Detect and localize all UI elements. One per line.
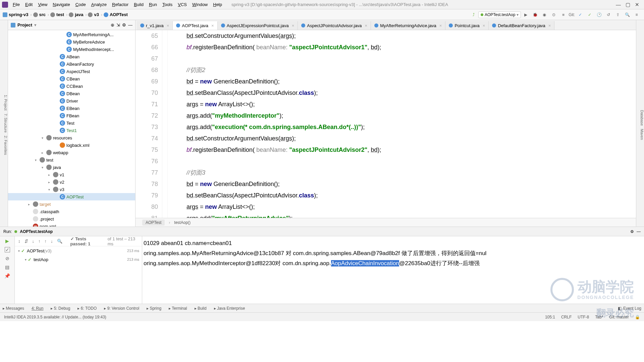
collapse-icon[interactable]: ⇲ — [116, 22, 120, 27]
tree-.project[interactable]: .project — [8, 215, 135, 223]
vcs-commit-icon[interactable]: ✓ — [586, 11, 594, 19]
lock-icon[interactable]: 🔒 — [635, 315, 640, 319]
line-gutter[interactable]: 6566676869707172737475767778798081828384… — [136, 30, 162, 218]
tab-AOPTest.java[interactable]: AOPTest.java× — [173, 21, 217, 30]
sort-icon[interactable]: ↕ — [18, 239, 20, 244]
menu-help[interactable]: Help — [210, 2, 225, 7]
tree-resources[interactable]: ▾resources — [8, 134, 135, 141]
tree-MyMethodIntercept...[interactable]: CMyMethodIntercept... — [8, 46, 135, 53]
crumb-src[interactable]: src — [33, 12, 46, 17]
maximize-icon[interactable]: ▢ — [626, 2, 630, 8]
left-toolwindow-bar[interactable]: 1: Project 7: Structure 2: Favorites — [0, 20, 8, 227]
tree-MyAfterReturningA...[interactable]: CMyAfterReturningA... — [8, 31, 135, 38]
tab-DefaultBeanFactory.java[interactable]: DefaultBeanFactory.java× — [489, 21, 554, 30]
settings-icon[interactable]: ≡ — [633, 11, 641, 19]
event-log-button[interactable]: ◧ Event Log — [618, 306, 641, 311]
pin-icon[interactable]: 📌 — [4, 273, 10, 279]
tab-r_v1.java[interactable]: r_v1.java× — [137, 21, 173, 30]
menu-build[interactable]: Build — [131, 2, 146, 7]
profile-icon[interactable]: ⊙ — [550, 11, 558, 19]
menu-tools[interactable]: Tools — [160, 2, 175, 7]
bottom-9-Version-Control[interactable]: ▸ 9: Version Control — [104, 306, 139, 311]
coverage-icon[interactable]: ◉ — [540, 11, 548, 19]
export-icon[interactable]: 🔍 — [57, 239, 62, 244]
menu-window[interactable]: Window — [190, 2, 210, 7]
tree-v1[interactable]: ▸v1 — [8, 171, 135, 178]
tree-Driver[interactable]: CDriver — [8, 97, 135, 105]
console-output[interactable]: 01029 abean01 cb.name=cbean01oring.sampl… — [142, 236, 644, 304]
right-toolwindow-bar[interactable]: Database Maven — [636, 20, 644, 227]
indent[interactable]: Tab* — [595, 315, 603, 319]
menu-file[interactable]: File — [10, 2, 22, 7]
tree-EBean[interactable]: CEBean — [8, 105, 135, 112]
stop-icon[interactable]: ■ — [559, 11, 567, 19]
menu-edit[interactable]: Edit — [22, 2, 35, 7]
vcs-push-icon[interactable]: ⇪ — [614, 11, 622, 19]
prev-icon[interactable]: ↑ — [45, 239, 47, 244]
gear-icon[interactable]: ⚙ — [122, 22, 126, 27]
bottom-Build[interactable]: ▸ Build — [195, 306, 207, 311]
vcs-history-icon[interactable]: 🕐 — [595, 11, 603, 19]
tree-ABean[interactable]: CABean — [8, 53, 135, 60]
bottom-Terminal[interactable]: ▸ Terminal — [169, 306, 187, 311]
tree-v3[interactable]: ▾v3 — [8, 186, 135, 193]
crumb-spring-v3[interactable]: spring-v3 — [3, 12, 29, 17]
tree-FBean[interactable]: CFBean — [8, 112, 135, 119]
tree-v2[interactable]: ▸v2 — [8, 178, 135, 186]
tab-Pointcut.java[interactable]: Pointcut.java× — [445, 21, 489, 30]
menu-code[interactable]: Code — [73, 2, 89, 7]
run-config-select[interactable]: AOPTest.testAop▾ — [478, 11, 521, 18]
build-icon[interactable]: ⤴ — [470, 11, 478, 19]
vcs-revert-icon[interactable]: ↺ — [604, 11, 612, 19]
debug-icon[interactable]: 🐞 — [531, 11, 539, 19]
tree-webapp[interactable]: ▸webapp — [8, 149, 135, 156]
bottom-Messages[interactable]: ▸ Messages — [3, 306, 24, 311]
vcs-update-icon[interactable]: ✓ — [576, 11, 584, 19]
crumb-test[interactable]: test — [50, 12, 64, 17]
menu-view[interactable]: View — [35, 2, 50, 7]
tree-test[interactable]: ▾test — [8, 156, 135, 164]
menu-navigate[interactable]: Navigate — [50, 2, 72, 7]
tree-java[interactable]: ▾java — [8, 164, 135, 171]
tree-CBean[interactable]: CCBean — [8, 75, 135, 82]
run-hide-icon[interactable]: — — [637, 229, 641, 234]
tree-MyBeforeAdvice[interactable]: CMyBeforeAdvice — [8, 38, 135, 46]
test-tree[interactable]: ↕ ⇵ ↓ ↑ ↑ ↓ 🔍 ✓ Tests passed: 1 of 1 tes… — [15, 236, 142, 304]
expand-icon[interactable]: ↓ — [32, 239, 35, 244]
tab-MyAfterReturningAdvice.java[interactable]: MyAfterReturningAdvice.java× — [371, 21, 445, 30]
menu-refactor[interactable]: Refactor — [109, 2, 131, 7]
tree-Test1[interactable]: CTest1 — [8, 127, 135, 134]
test-AOPTest[interactable]: ▾✓AOPTest (v3)213 ms — [15, 246, 142, 255]
code-text[interactable]: bd.setConstructorArgumentValues(args); b… — [168, 30, 636, 218]
encoding[interactable]: UTF-8 — [578, 315, 589, 319]
breadcrumb-bar[interactable]: AOPTest › testAop() — [136, 218, 636, 227]
tab-AspectJExpressionPointcut.java[interactable]: AspectJExpressionPointcut.java× — [218, 21, 298, 30]
bottom-Spring[interactable]: ▸ Spring — [147, 306, 161, 311]
next-icon[interactable]: ↓ — [51, 239, 53, 244]
minimize-icon[interactable]: — — [616, 2, 621, 8]
tree-AspectJTest[interactable]: CAspectJTest — [8, 68, 135, 75]
hide-icon[interactable]: — — [128, 22, 132, 27]
git-branch[interactable]: Git: master — [609, 315, 629, 319]
tab-AspectJPointcutAdvisor.java[interactable]: AspectJPointcutAdvisor.java× — [298, 21, 371, 30]
menu-vcs[interactable]: VCS — [175, 2, 190, 7]
bottom-6-TODO[interactable]: ▸ 6: TODO — [77, 306, 97, 311]
toggle-icon[interactable]: ✓ — [5, 247, 10, 252]
locate-icon[interactable]: ⊕ — [111, 22, 114, 27]
bottom-4-Run[interactable]: 4: Run — [32, 306, 43, 311]
tree-DBean[interactable]: CDBean — [8, 90, 135, 97]
tree-ABeanFactory[interactable]: CABeanFactory — [8, 60, 135, 68]
test-testAop[interactable]: ▾✓testAop213 ms — [15, 255, 142, 264]
close-icon[interactable]: ✕ — [635, 2, 639, 8]
tree-CCBean[interactable]: CCCBean — [8, 82, 135, 90]
menu-analyze[interactable]: Analyze — [89, 2, 109, 7]
tree-Test[interactable]: CTest — [8, 119, 135, 127]
run-icon[interactable]: ▶ — [522, 11, 530, 19]
crumb-v3[interactable]: v3 — [88, 12, 99, 17]
layout-icon[interactable]: ▤ — [5, 264, 9, 270]
tree-target[interactable]: ▸target — [8, 200, 135, 208]
crumb-java[interactable]: java — [69, 12, 83, 17]
crumb-AOPTest[interactable]: AOPTest — [104, 12, 128, 17]
menu-run[interactable]: Run — [146, 2, 160, 7]
bottom-Java-Enterprise[interactable]: ▸ Java Enterprise — [214, 306, 245, 311]
